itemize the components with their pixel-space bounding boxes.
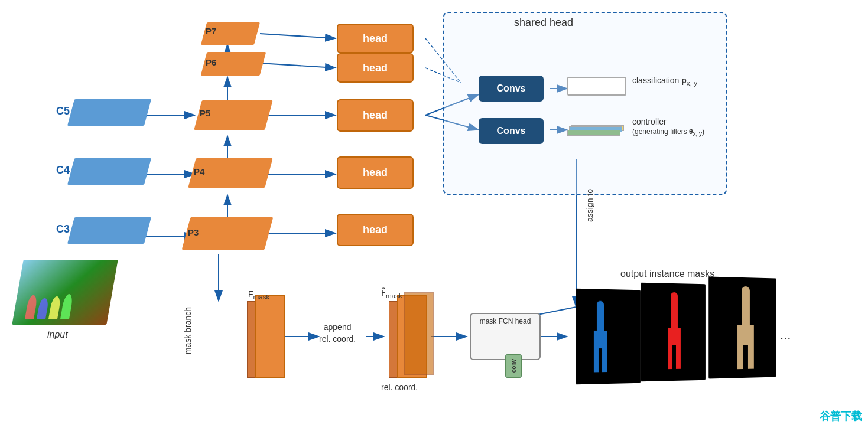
head-p3-label: head	[363, 224, 388, 236]
convs-classification: Convs	[479, 76, 544, 102]
watermark: 谷普下载	[820, 409, 862, 423]
output-mask-1	[576, 289, 641, 385]
mask-branch-label: mask branch	[183, 307, 193, 354]
c5-block	[67, 99, 151, 126]
diagram-container: input C5 C4 C3 P7 P6 P5 P4 P3 head head …	[0, 0, 868, 428]
c3-label: C3	[56, 223, 70, 236]
head-p6-label: head	[363, 62, 388, 74]
f-tilde-extra	[404, 292, 434, 375]
f-mask-front	[255, 295, 285, 378]
assign-to-label: assign to	[585, 189, 594, 222]
convs-controller-label: Convs	[497, 126, 526, 136]
c4-block	[67, 158, 151, 185]
head-p3: head	[337, 214, 414, 246]
head-p4-label: head	[363, 166, 388, 179]
controller-output-stack	[567, 118, 620, 136]
c3-block	[67, 217, 151, 244]
ellipsis-label: ...	[780, 328, 791, 343]
output-mask-2	[641, 283, 706, 382]
f-mask-label: Fmask	[248, 289, 269, 300]
head-p7: head	[337, 24, 414, 53]
p3-label: P3	[188, 227, 199, 237]
c5-label: C5	[56, 105, 70, 117]
classification-label: classification px, y	[632, 76, 697, 87]
p6-label: P6	[206, 57, 216, 67]
p5-label: P5	[200, 108, 210, 118]
controller-label: controller(generating filters θx, y)	[632, 117, 704, 137]
svg-line-10	[260, 63, 336, 68]
conv3-label: conv	[511, 359, 517, 373]
f-tilde-label: F̃mask	[381, 288, 402, 299]
conv3: conv	[505, 354, 522, 378]
output-mask-3	[708, 277, 776, 379]
shared-head-label: shared head	[514, 17, 573, 29]
head-p7-label: head	[363, 32, 388, 45]
svg-line-9	[260, 34, 336, 38]
append-label: appendrel. coord.	[319, 322, 356, 345]
p4-label: P4	[194, 166, 204, 177]
output-masks-label: output instance masks	[620, 269, 714, 279]
head-p5-label: head	[363, 109, 388, 122]
convs-controller: Convs	[479, 118, 544, 144]
input-label: input	[47, 329, 68, 340]
rel-coord-label: rel. coord.	[381, 383, 418, 392]
input-image	[12, 260, 118, 325]
classification-output	[567, 77, 626, 96]
head-p6: head	[337, 53, 414, 83]
convs-classification-label: Convs	[497, 83, 526, 94]
mask-fcn-label: mask FCN head	[480, 317, 531, 325]
c4-label: C4	[56, 164, 70, 177]
head-p4: head	[337, 156, 414, 189]
p7-label: P7	[206, 26, 216, 36]
shared-head-box	[443, 12, 727, 195]
head-p5: head	[337, 99, 414, 132]
mask-fcn-head-box: mask FCN head conv conv conv	[470, 313, 541, 360]
